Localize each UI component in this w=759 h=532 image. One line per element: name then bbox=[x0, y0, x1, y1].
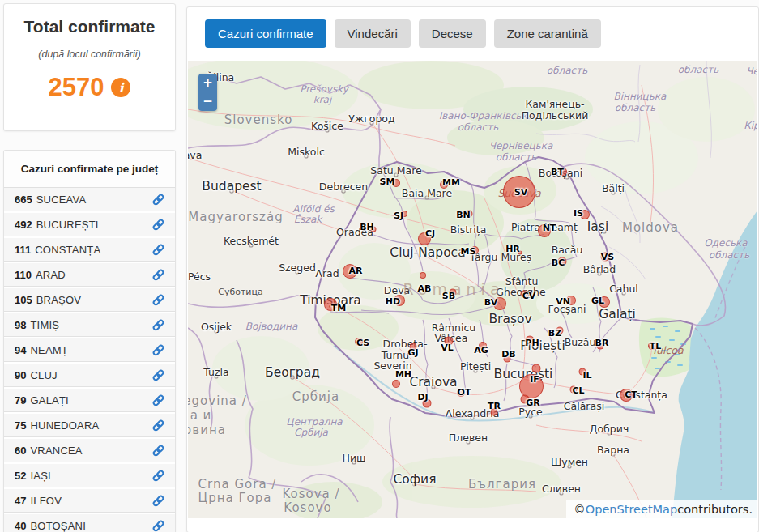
county-row: 105BRAȘOV bbox=[4, 288, 175, 312]
link-icon[interactable] bbox=[151, 268, 164, 281]
case-marker-cl[interactable] bbox=[570, 386, 578, 394]
total-count: 2570 bbox=[49, 73, 104, 102]
case-marker-tl[interactable] bbox=[648, 342, 656, 350]
county-count: 52 bbox=[15, 470, 26, 482]
case-marker-ph[interactable] bbox=[526, 336, 535, 345]
case-marker-nt[interactable] bbox=[538, 224, 551, 237]
link-icon[interactable] bbox=[151, 318, 164, 331]
case-marker-bc[interactable] bbox=[558, 257, 567, 266]
county-row: 52IAȘI bbox=[4, 464, 175, 487]
county-row: 110ARAD bbox=[4, 263, 175, 287]
case-marker-gj[interactable] bbox=[410, 343, 417, 351]
county-name: CLUJ bbox=[30, 369, 151, 381]
county-row: 40BOTOȘANI bbox=[4, 514, 175, 532]
tab-vindec-ri[interactable]: Vindecări bbox=[335, 19, 411, 48]
county-name: SUCEAVA bbox=[36, 194, 151, 206]
county-row: 94NEAMȚ bbox=[4, 338, 175, 362]
link-icon[interactable] bbox=[151, 343, 164, 356]
county-name: IAȘI bbox=[30, 470, 151, 482]
info-icon[interactable]: i bbox=[111, 78, 130, 97]
case-marker-vs[interactable] bbox=[601, 253, 610, 262]
county-list-card: Cazuri confirmate pe județ 665SUCEAVA492… bbox=[3, 150, 176, 532]
link-icon[interactable] bbox=[151, 469, 164, 482]
county-count: 79 bbox=[15, 394, 26, 406]
tab-cazuri-confirmate[interactable]: Cazuri confirmate bbox=[205, 19, 326, 48]
case-marker-ct[interactable] bbox=[620, 389, 633, 402]
case-marker-tm[interactable] bbox=[324, 298, 337, 311]
county-name: BOTOȘANI bbox=[30, 520, 151, 532]
link-icon[interactable] bbox=[151, 293, 164, 306]
case-marker-vn[interactable] bbox=[566, 296, 576, 305]
case-marker-hd[interactable] bbox=[394, 295, 405, 306]
case-marker-vl[interactable] bbox=[445, 337, 454, 346]
county-row: 665SUCEAVA bbox=[4, 188, 175, 211]
county-rows: 665SUCEAVA492BUCUREȘTI111CONSTANȚA110ARA… bbox=[4, 188, 175, 532]
link-icon[interactable] bbox=[151, 519, 164, 532]
case-marker-il[interactable] bbox=[579, 368, 586, 376]
county-row: 90CLUJ bbox=[4, 364, 175, 387]
case-marker-ag[interactable] bbox=[479, 342, 487, 350]
tab-decese[interactable]: Decese bbox=[419, 19, 486, 48]
county-name: CONSTANȚA bbox=[35, 244, 151, 256]
county-name: BUCUREȘTI bbox=[36, 219, 151, 231]
case-marker-mh[interactable] bbox=[392, 380, 400, 388]
attribution-suffix: contributors. bbox=[677, 503, 753, 516]
case-marker-bn[interactable] bbox=[466, 211, 473, 218]
zoom-in-button[interactable]: + bbox=[198, 74, 217, 92]
case-marker-bt[interactable] bbox=[559, 168, 567, 176]
tab-zone-carantin-[interactable]: Zone carantină bbox=[494, 19, 601, 48]
link-icon[interactable] bbox=[151, 368, 164, 381]
case-marker-tr[interactable] bbox=[491, 409, 498, 416]
county-count: 98 bbox=[15, 319, 26, 331]
link-icon[interactable] bbox=[151, 419, 164, 432]
case-marker-ot[interactable] bbox=[457, 389, 465, 397]
link-icon[interactable] bbox=[151, 394, 164, 406]
county-row: 492BUCUREȘTI bbox=[4, 213, 175, 236]
case-marker-bv[interactable] bbox=[493, 297, 506, 310]
case-marker-gr[interactable] bbox=[521, 395, 530, 404]
case-marker-mm[interactable] bbox=[440, 181, 448, 189]
openstreetmap-link[interactable]: OpenStreetMap bbox=[586, 503, 677, 516]
link-icon[interactable] bbox=[151, 193, 164, 206]
case-marker-br[interactable] bbox=[597, 343, 604, 350]
case-marker-cv[interactable] bbox=[521, 291, 528, 298]
link-icon[interactable] bbox=[151, 243, 164, 256]
case-marker-gl[interactable] bbox=[599, 296, 610, 308]
zoom-out-button[interactable]: − bbox=[198, 92, 217, 111]
county-row: 79GALAȚI bbox=[4, 389, 175, 412]
case-marker-ms[interactable] bbox=[471, 246, 479, 254]
county-count: 94 bbox=[15, 344, 26, 356]
county-name: TIMIȘ bbox=[30, 319, 151, 331]
case-marker-hr[interactable] bbox=[518, 251, 522, 255]
tab-bar: Cazuri confirmateVindecăriDeceseZone car… bbox=[205, 19, 601, 48]
county-count: 111 bbox=[15, 244, 31, 256]
case-marker-dj[interactable] bbox=[423, 399, 432, 408]
county-count: 75 bbox=[15, 419, 26, 432]
case-marker-cj[interactable] bbox=[418, 232, 431, 245]
case-marker-sv[interactable] bbox=[503, 176, 535, 208]
county-list-header: Cazuri confirmate pe județ bbox=[4, 151, 175, 188]
map-panel: Cazuri confirmateVindecăriDeceseZone car… bbox=[186, 6, 759, 532]
map[interactable]: ŽilinaavaPrešovskýkrajSlovenskoKošiceУжг… bbox=[188, 61, 757, 518]
case-marker-sj[interactable] bbox=[401, 211, 407, 217]
case-marker-sm[interactable] bbox=[392, 179, 400, 187]
county-row: 75HUNEDOARA bbox=[4, 414, 175, 437]
link-icon[interactable] bbox=[151, 218, 164, 231]
case-marker-if[interactable] bbox=[532, 364, 541, 373]
county-row: 98TIMIȘ bbox=[4, 313, 175, 337]
case-marker-bh[interactable] bbox=[371, 227, 377, 232]
county-name: HUNEDOARA bbox=[30, 419, 151, 432]
link-icon[interactable] bbox=[151, 444, 164, 457]
case-marker-db[interactable] bbox=[504, 355, 511, 363]
county-name: NEAMȚ bbox=[30, 344, 151, 356]
case-marker-cs[interactable] bbox=[355, 338, 363, 346]
link-icon[interactable] bbox=[151, 494, 164, 507]
case-marker-bz[interactable] bbox=[556, 327, 564, 334]
case-marker-is[interactable] bbox=[580, 210, 590, 219]
case-marker-ab[interactable] bbox=[420, 272, 426, 279]
county-count: 60 bbox=[15, 445, 26, 457]
attribution-prefix: © bbox=[574, 503, 586, 516]
case-marker-ar[interactable] bbox=[343, 264, 357, 279]
county-count: 492 bbox=[15, 219, 32, 231]
case-marker-sb[interactable] bbox=[450, 289, 457, 296]
